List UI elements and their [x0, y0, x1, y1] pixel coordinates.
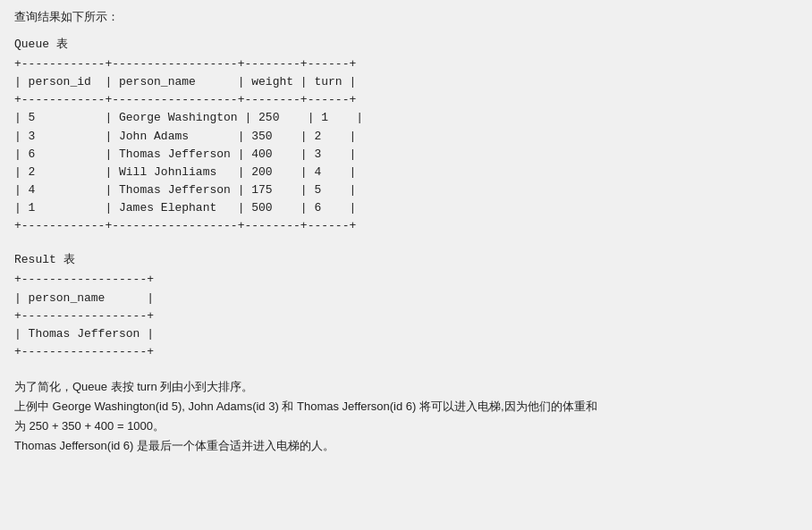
result-table: +------------------+ | person_name | +--… [14, 271, 798, 361]
intro-text: 查询结果如下所示： [14, 9, 798, 25]
explanation: 为了简化，Queue 表按 turn 列由小到大排序。 上例中 George W… [14, 377, 798, 456]
result-section: Result 表 +------------------+ | person_n… [14, 251, 798, 361]
queue-section-title: Queue 表 [14, 36, 798, 52]
queue-section: Queue 表 +------------+------------------… [14, 36, 798, 235]
explanation-line2: 上例中 George Washington(id 5), John Adams(… [14, 397, 798, 416]
explanation-line4: Thomas Jefferson(id 6) 是最后一个体重合适并进入电梯的人。 [14, 436, 798, 456]
explanation-line3: 为 250 + 350 + 400 = 1000。 [14, 416, 798, 436]
queue-table: +------------+------------------+-------… [14, 55, 798, 235]
result-section-title: Result 表 [14, 251, 798, 267]
explanation-line1: 为了简化，Queue 表按 turn 列由小到大排序。 [14, 377, 798, 397]
